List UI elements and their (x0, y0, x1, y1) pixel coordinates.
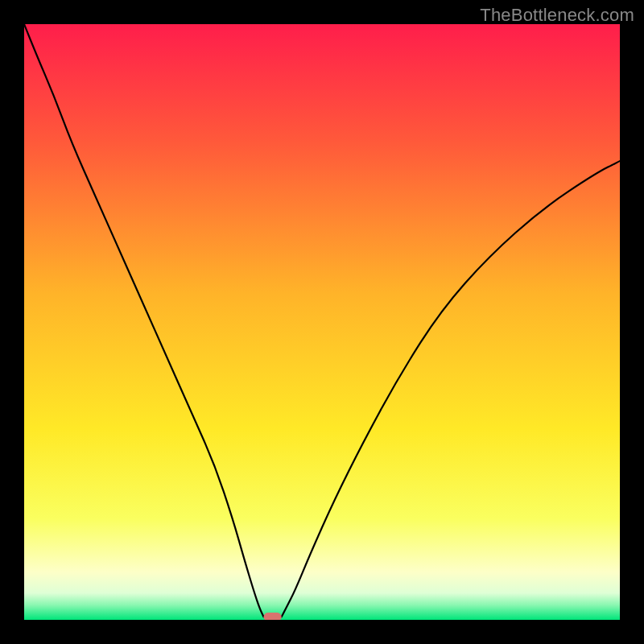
chart-frame: TheBottleneck.com (0, 0, 644, 644)
plot-area (24, 24, 620, 620)
gradient-background (24, 24, 620, 620)
watermark-text: TheBottleneck.com (480, 5, 634, 26)
bottleneck-marker (263, 613, 281, 620)
bottleneck-chart (24, 24, 620, 620)
